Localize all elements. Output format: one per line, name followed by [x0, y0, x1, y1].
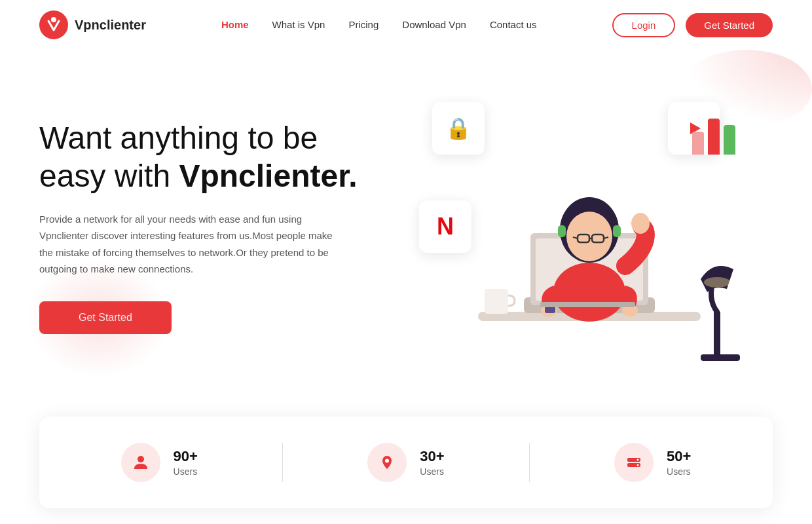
stat-icon-location — [367, 443, 407, 482]
svg-point-26 — [704, 277, 730, 288]
nav-link-home[interactable]: Home — [221, 19, 249, 30]
stat-divider-1 — [282, 443, 283, 482]
nav-link-pricing[interactable]: Pricing — [348, 19, 378, 30]
server-icon — [625, 453, 643, 472]
stat-text-0: 90+ Users — [174, 448, 198, 477]
nav-item-home[interactable]: Home — [221, 19, 249, 31]
svg-rect-23 — [540, 302, 635, 307]
hero-section: Want anything to be easy with Vpncliente… — [0, 50, 812, 417]
hero-illustration: 🔒 N — [380, 76, 773, 377]
svg-point-1 — [51, 17, 56, 22]
stat-icon-server — [614, 443, 654, 482]
svg-rect-24 — [701, 354, 740, 361]
hero-description: Provide a network for all your needs wit… — [39, 211, 341, 278]
nav-actions: Login Get Started — [612, 13, 773, 37]
stat-number-1: 30+ — [420, 448, 444, 465]
svg-point-0 — [39, 10, 68, 39]
stat-item-0: 90+ Users — [121, 443, 198, 482]
bar-2 — [708, 119, 720, 155]
nav-link-download[interactable]: Download Vpn — [402, 19, 466, 30]
get-started-nav-button[interactable]: Get Started — [686, 13, 773, 37]
svg-rect-22 — [545, 307, 555, 313]
svg-rect-20 — [613, 225, 621, 237]
stat-item-1: 30+ Users — [367, 443, 444, 482]
vpn-logo-icon — [39, 10, 68, 39]
nav-item-contact[interactable]: Contact us — [490, 19, 537, 31]
person-illustration — [452, 115, 701, 364]
location-icon — [378, 453, 396, 472]
hero-title: Want anything to be easy with Vpncliente… — [39, 119, 380, 195]
stat-label-0: Users — [174, 466, 198, 477]
stat-text-1: 30+ Users — [420, 448, 444, 477]
lamp-illustration — [694, 246, 747, 364]
svg-point-21 — [631, 213, 650, 234]
stat-number-2: 50+ — [667, 448, 691, 465]
logo-area: Vpnclienter — [39, 10, 146, 39]
nav-item-pricing[interactable]: Pricing — [348, 19, 378, 31]
illustration-container: 🔒 N — [406, 89, 747, 364]
stat-divider-2 — [529, 443, 530, 482]
stat-label-1: Users — [420, 466, 444, 477]
footer-space — [0, 508, 812, 524]
nav-links: Home What is Vpn Pricing Download Vpn Co… — [221, 19, 537, 31]
stat-icon-person — [121, 443, 160, 482]
stats-section: 90+ Users 30+ Users 50+ Us — [39, 417, 773, 508]
hero-title-bold: Vpnclienter. — [179, 159, 357, 193]
svg-point-27 — [138, 456, 144, 462]
svg-point-28 — [385, 459, 389, 463]
bar-3 — [724, 125, 735, 155]
stat-text-2: 50+ Users — [667, 448, 691, 477]
person-icon — [132, 453, 150, 472]
stat-number-0: 90+ — [174, 448, 198, 465]
nav-link-contact[interactable]: Contact us — [490, 19, 537, 30]
nav-item-download[interactable]: Download Vpn — [402, 19, 466, 31]
stat-label-2: Users — [667, 466, 691, 477]
svg-point-31 — [637, 459, 639, 461]
brand-name: Vpnclienter — [75, 18, 146, 33]
svg-rect-19 — [558, 225, 566, 237]
nav-link-what[interactable]: What is Vpn — [272, 19, 325, 30]
nav-item-what[interactable]: What is Vpn — [272, 19, 325, 31]
hero-left: Want anything to be easy with Vpncliente… — [39, 119, 380, 333]
svg-point-8 — [553, 263, 625, 322]
svg-rect-25 — [714, 312, 720, 354]
stat-item-2: 50+ Users — [614, 443, 691, 482]
login-button[interactable]: Login — [612, 13, 676, 37]
svg-rect-4 — [485, 289, 508, 314]
hero-title-line2-normal: easy with — [39, 159, 179, 193]
hero-title-line1: Want anything to be — [39, 121, 318, 155]
get-started-hero-button[interactable]: Get Started — [39, 301, 172, 334]
svg-point-32 — [637, 464, 639, 466]
navbar: Vpnclienter Home What is Vpn Pricing Dow… — [0, 0, 812, 50]
